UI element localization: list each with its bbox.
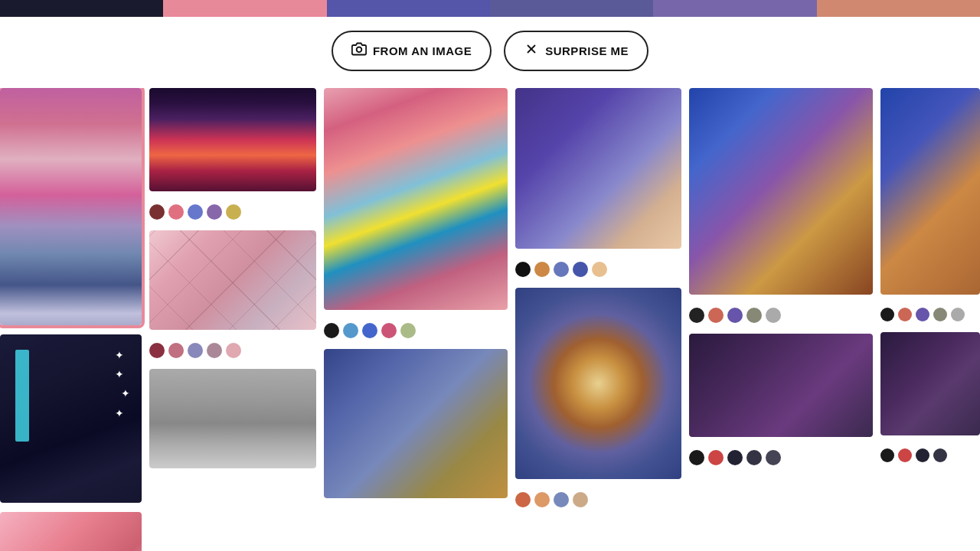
swatch[interactable] xyxy=(573,262,588,277)
swatch[interactable] xyxy=(515,262,531,277)
swatch[interactable] xyxy=(226,343,241,358)
swatch[interactable] xyxy=(708,450,724,465)
color-bar-segment-5 xyxy=(653,0,816,17)
swatch[interactable] xyxy=(766,308,781,323)
gallery: ✦✦ ✦✦ xyxy=(0,88,980,551)
gallery-item-abstract-art[interactable] xyxy=(324,88,508,310)
color-bar xyxy=(0,0,980,17)
swatch[interactable] xyxy=(592,262,607,277)
color-bar-segment-4 xyxy=(490,0,653,17)
swatch[interactable] xyxy=(168,343,184,358)
dark-purple-swatches xyxy=(689,446,873,467)
swatch[interactable] xyxy=(554,492,569,507)
gallery-item-dark-purple[interactable] xyxy=(689,334,873,437)
swatch[interactable] xyxy=(324,323,339,338)
color-bar-segment-6 xyxy=(817,0,980,17)
swatch[interactable] xyxy=(951,308,965,321)
tapestry-swatches xyxy=(880,304,980,323)
color-bar-segment-3 xyxy=(327,0,490,17)
color-bar-segment-2 xyxy=(163,0,326,17)
swatch[interactable] xyxy=(188,204,203,220)
swatch[interactable] xyxy=(880,448,894,462)
swatch[interactable] xyxy=(534,492,550,507)
action-buttons-row: FROM AN IMAGE SURPRISE ME xyxy=(0,17,980,88)
swatch[interactable] xyxy=(207,204,222,220)
gallery-col-0: ✦✦ ✦✦ xyxy=(0,88,142,551)
swatch[interactable] xyxy=(149,204,165,220)
color-bar-segment-1 xyxy=(0,0,163,17)
gallery-col-1 xyxy=(149,88,316,551)
swatch[interactable] xyxy=(766,450,781,465)
swatch[interactable] xyxy=(689,450,704,465)
religious-swatches xyxy=(689,304,873,324)
swatch[interactable] xyxy=(727,450,743,465)
swatch[interactable] xyxy=(746,308,762,323)
swatch[interactable] xyxy=(400,323,416,338)
gallery-item-tapestry[interactable] xyxy=(880,88,980,295)
gallery-item-shell[interactable] xyxy=(515,88,682,249)
gallery-item-city-lights[interactable] xyxy=(149,88,316,191)
city-lights-swatches xyxy=(149,201,316,221)
surprise-icon xyxy=(524,41,539,60)
camera-icon xyxy=(351,41,367,60)
swatch[interactable] xyxy=(746,450,762,465)
gallery-item-geometric-pink[interactable] xyxy=(149,230,316,330)
dancers-swatches xyxy=(880,445,980,464)
geometric-pink-swatches xyxy=(149,339,316,360)
gallery-item-space-figure[interactable]: ✦✦ ✦✦ xyxy=(0,334,142,503)
gallery-item-dancers-scene[interactable] xyxy=(880,332,980,435)
swatch[interactable] xyxy=(898,308,912,321)
swatch[interactable] xyxy=(207,343,222,358)
from-image-label: FROM AN IMAGE xyxy=(373,44,472,57)
gallery-item-mandala[interactable] xyxy=(515,288,682,479)
swatch[interactable] xyxy=(226,204,241,220)
swatch[interactable] xyxy=(933,448,947,462)
gallery-col-4 xyxy=(689,88,873,551)
swatch[interactable] xyxy=(689,308,704,323)
swatch[interactable] xyxy=(916,308,929,321)
swatch[interactable] xyxy=(188,343,203,358)
swatch[interactable] xyxy=(515,492,531,507)
swatch[interactable] xyxy=(573,492,588,507)
swatch[interactable] xyxy=(554,262,569,277)
swatch[interactable] xyxy=(880,308,894,321)
from-image-button[interactable]: FROM AN IMAGE xyxy=(332,31,492,71)
gallery-item-pink-dancer[interactable] xyxy=(0,512,142,551)
swatch[interactable] xyxy=(534,262,550,277)
swatch[interactable] xyxy=(916,448,929,462)
surprise-me-button[interactable]: SURPRISE ME xyxy=(504,31,648,71)
gallery-item-mythology[interactable] xyxy=(324,349,508,498)
gallery-item-sydney-opera[interactable] xyxy=(149,369,316,468)
swatch[interactable] xyxy=(381,323,397,338)
gallery-item-religious-painting[interactable] xyxy=(689,88,873,295)
gallery-col-3 xyxy=(515,88,682,551)
swatch[interactable] xyxy=(708,308,724,323)
swatch[interactable] xyxy=(149,343,165,358)
abstract-art-swatches xyxy=(324,319,508,340)
surprise-me-label: SURPRISE ME xyxy=(545,44,629,57)
shell-swatches xyxy=(515,258,682,279)
swatch[interactable] xyxy=(933,308,947,321)
svg-point-0 xyxy=(357,47,362,53)
gallery-item-sunset-temple[interactable] xyxy=(0,88,142,325)
swatch[interactable] xyxy=(168,204,184,220)
gallery-col-5 xyxy=(880,88,980,551)
swatch[interactable] xyxy=(727,308,743,323)
mandala-swatches xyxy=(515,488,682,509)
gallery-col-2 xyxy=(324,88,508,551)
swatch[interactable] xyxy=(362,323,377,338)
swatch[interactable] xyxy=(898,448,912,462)
swatch[interactable] xyxy=(343,323,358,338)
